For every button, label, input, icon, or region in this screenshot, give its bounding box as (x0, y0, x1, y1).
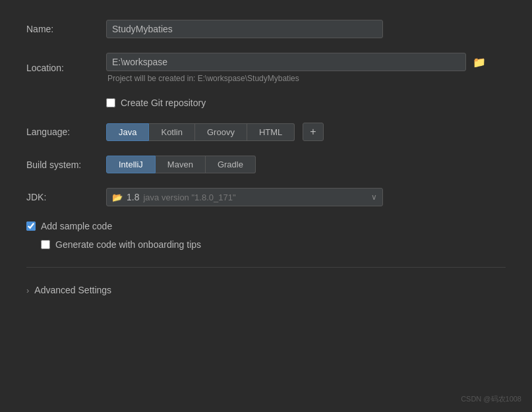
name-row: Name: (26, 20, 506, 38)
generate-code-row: Generate code with onboarding tips (41, 239, 506, 250)
advanced-settings-chevron-icon: › (26, 285, 29, 295)
location-input[interactable] (106, 53, 466, 71)
add-sample-row: Add sample code (26, 221, 506, 231)
add-sample-label[interactable]: Add sample code (41, 221, 112, 231)
jdk-folder-icon: 📂 (112, 192, 123, 202)
language-row: Language: Java Kotlin Groovy HTML + (26, 123, 506, 141)
language-label: Language: (26, 127, 96, 137)
folder-icon: 📁 (473, 56, 486, 69)
location-label: Location: (26, 63, 96, 73)
build-gradle-button[interactable]: Gradle (206, 156, 256, 173)
language-groovy-button[interactable]: Groovy (195, 123, 247, 141)
create-git-checkbox[interactable] (106, 98, 115, 107)
build-system-label: Build system: (26, 160, 96, 170)
watermark: CSDN @码农1008 (461, 394, 521, 404)
build-maven-button[interactable]: Maven (156, 156, 206, 173)
jdk-select-wrapper: 📂 1.8 java version "1.8.0_171" ∨ (106, 188, 383, 206)
generate-code-label[interactable]: Generate code with onboarding tips (55, 239, 201, 250)
advanced-settings-row[interactable]: › Advanced Settings (26, 285, 506, 302)
git-repository-row: Create Git repository (106, 98, 506, 108)
divider (26, 267, 506, 268)
location-row: Location: 📁 Project will be created in: … (26, 53, 506, 83)
jdk-full-version-text: java version "1.8.0_171" (143, 192, 235, 202)
jdk-label: JDK: (26, 192, 96, 202)
location-hint: Project will be created in: E:\workspase… (107, 74, 488, 83)
create-git-label[interactable]: Create Git repository (121, 98, 206, 108)
jdk-version-text: 1.8 (127, 192, 139, 202)
language-html-button[interactable]: HTML (247, 123, 295, 141)
checkboxes-section: Add sample code Generate code with onboa… (26, 221, 506, 250)
language-add-button[interactable]: + (303, 123, 323, 141)
build-system-row: Build system: IntelliJ Maven Gradle (26, 156, 506, 173)
add-sample-checkbox[interactable] (26, 221, 36, 231)
build-system-button-group: IntelliJ Maven Gradle (106, 156, 256, 173)
browse-folder-button[interactable]: 📁 (470, 53, 488, 71)
jdk-dropdown[interactable]: 📂 1.8 java version "1.8.0_171" ∨ (106, 188, 383, 206)
advanced-settings-label: Advanced Settings (34, 285, 111, 295)
main-container: Name: Location: 📁 Project will be create… (0, 0, 532, 322)
language-kotlin-button[interactable]: Kotlin (149, 123, 195, 141)
location-input-row: 📁 (106, 53, 488, 71)
jdk-chevron-down-icon: ∨ (371, 192, 377, 202)
build-intellij-button[interactable]: IntelliJ (106, 156, 156, 173)
location-wrapper: 📁 Project will be created in: E:\workspa… (106, 53, 488, 83)
language-buttons-group: Java Kotlin Groovy HTML + (106, 123, 324, 141)
name-label: Name: (26, 24, 96, 34)
language-java-button[interactable]: Java (106, 123, 149, 141)
language-button-group: Java Kotlin Groovy HTML (106, 123, 295, 141)
name-input[interactable] (106, 20, 383, 38)
generate-code-checkbox[interactable] (41, 240, 50, 249)
jdk-row: JDK: 📂 1.8 java version "1.8.0_171" ∨ (26, 188, 506, 206)
plus-icon: + (310, 126, 316, 138)
